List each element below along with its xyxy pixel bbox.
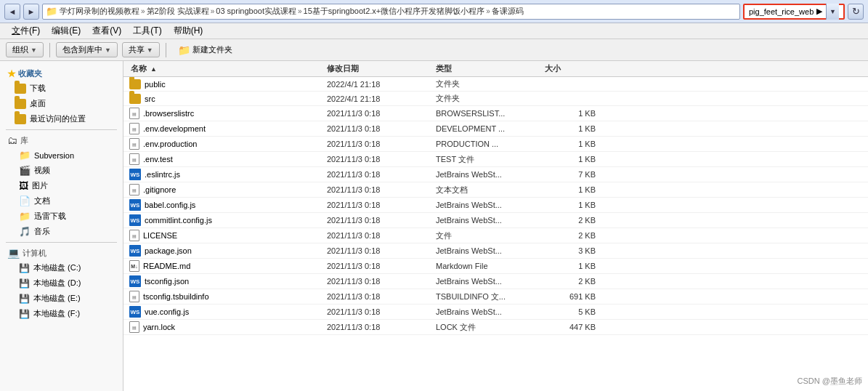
table-row[interactable]: public 2022/4/1 21:18 文件夹 xyxy=(123,77,868,92)
include-in-library-button[interactable]: 包含到库中 ▼ xyxy=(56,42,118,57)
drive-icon: 💾 xyxy=(19,294,30,304)
file-name: src xyxy=(145,94,155,103)
table-row[interactable]: WS babel.config.js 2021/11/3 0:18 JetBra… xyxy=(123,198,868,213)
menu-help[interactable]: 帮助(H) xyxy=(168,23,209,39)
table-row[interactable]: ▤ .browserslistrc 2021/11/3 0:18 BROWSER… xyxy=(123,106,868,121)
table-row[interactable]: WS .eslintrc.js 2021/11/3 0:18 JetBrains… xyxy=(123,167,868,182)
forward-button[interactable]: ► xyxy=(23,4,39,20)
folder-icon: 📁 xyxy=(19,150,31,161)
sidebar-item-thunder[interactable]: 📁 迅雷下载 xyxy=(0,209,123,224)
share-button[interactable]: 共享 ▼ xyxy=(122,42,160,57)
file-name-cell: WS vue.config.js xyxy=(123,306,327,318)
title-bar: ◄ ► 📁 学灯网录制的视频教程 » 第2阶段 实战课程 » 03 spring… xyxy=(0,0,868,23)
organize-arrow-icon: ▼ xyxy=(31,47,37,54)
table-row[interactable]: M↓ README.md 2021/11/3 0:18 Markdown Fil… xyxy=(123,259,868,274)
file-name: .eslintrc.js xyxy=(145,170,180,179)
table-row[interactable]: WS vue.config.js 2021/11/3 0:18 JetBrain… xyxy=(123,305,868,320)
file-type-cell: 文本文档 xyxy=(436,185,545,196)
favorites-section: ★ 收藏夹 xyxy=(0,65,123,81)
back-button[interactable]: ◄ xyxy=(4,4,20,20)
file-size-cell: 3 KB xyxy=(545,246,603,255)
table-row[interactable]: ▤ LICENSE 2021/11/3 0:18 文件 2 KB xyxy=(123,228,868,243)
sidebar-item-documents[interactable]: 📄 文档 xyxy=(0,193,123,209)
file-size-cell: 1 KB xyxy=(545,140,603,148)
file-name-cell: WS babel.config.js xyxy=(123,199,327,211)
column-name[interactable]: 名称 ▲ xyxy=(123,63,327,74)
file-type-cell: JetBrains WebSt... xyxy=(436,246,545,255)
sidebar-drive-c[interactable]: 💾 本地磁盘 (C:) xyxy=(0,260,123,275)
breadcrumb-part-2: 第2阶段 实战课程 xyxy=(147,6,209,17)
new-folder-icon: 📁 xyxy=(178,44,190,56)
file-icon: ▤ xyxy=(129,291,139,302)
file-date-cell: 2021/11/3 0:18 xyxy=(327,185,436,194)
include-arrow-icon: ▼ xyxy=(105,47,111,54)
column-date[interactable]: 修改日期 xyxy=(327,63,436,74)
column-size[interactable]: 大小 xyxy=(545,63,603,74)
ws-file-icon: WS xyxy=(129,275,141,287)
new-folder-button[interactable]: 📁 新建文件夹 xyxy=(172,43,238,57)
sidebar-drive-d[interactable]: 💾 本地磁盘 (D:) xyxy=(0,275,123,291)
table-row[interactable]: WS tsconfig.json 2021/11/3 0:18 JetBrain… xyxy=(123,274,868,289)
menu-tools[interactable]: 工具(T) xyxy=(127,23,167,39)
file-list: 名称 ▲ 修改日期 类型 大小 public 2022/4/1 21:18 文件… xyxy=(123,61,868,391)
sidebar-drive-f[interactable]: 💾 本地磁盘 (F:) xyxy=(0,306,123,321)
ws-file-icon: WS xyxy=(129,199,141,211)
sidebar-item-subversion[interactable]: 📁 Subversion xyxy=(0,148,123,163)
table-row[interactable]: src 2022/4/1 21:18 文件夹 xyxy=(123,92,868,106)
table-row[interactable]: WS package.json 2021/11/3 0:18 JetBrains… xyxy=(123,243,868,259)
file-type-cell: DEVELOPMENT ... xyxy=(436,124,545,133)
table-row[interactable]: ▤ .env.development 2021/11/3 0:18 DEVELO… xyxy=(123,121,868,137)
file-type-cell: PRODUCTION ... xyxy=(436,140,545,148)
main-content: ★ 收藏夹 下载 桌面 最近访问的位置 🗂 库 📁 Subversion 🎬 视… xyxy=(0,61,868,391)
file-size-cell: 1 KB xyxy=(545,201,603,209)
organize-button[interactable]: 组织 ▼ xyxy=(6,42,44,57)
file-name-cell: WS tsconfig.json xyxy=(123,275,327,287)
sidebar-item-video[interactable]: 🎬 视频 xyxy=(0,163,123,178)
sidebar-item-recent[interactable]: 最近访问的位置 xyxy=(0,111,123,126)
file-type-cell: JetBrains WebSt... xyxy=(436,277,545,286)
menu-file[interactable]: 文件(F) xyxy=(6,23,46,39)
file-date-cell: 2021/11/3 0:18 xyxy=(327,201,436,209)
folder-icon xyxy=(15,99,26,109)
refresh-button[interactable]: ↻ xyxy=(848,4,864,20)
sidebar-drive-e[interactable]: 💾 本地磁盘 (E:) xyxy=(0,291,123,306)
file-size-cell: 1 KB xyxy=(545,109,603,118)
file-name: LICENSE xyxy=(143,231,177,240)
file-name: babel.config.js xyxy=(145,201,195,209)
sidebar-item-downloads[interactable]: 下载 xyxy=(0,81,123,96)
table-row[interactable]: ▤ yarn.lock 2021/11/3 0:18 LOCK 文件 447 K… xyxy=(123,320,868,335)
libraries-label: 库 xyxy=(20,135,28,146)
file-name-cell: WS package.json xyxy=(123,245,327,257)
table-row[interactable]: WS commitlint.config.js 2021/11/3 0:18 J… xyxy=(123,213,868,228)
table-row[interactable]: ▤ .env.test 2021/11/3 0:18 TEST 文件 1 KB xyxy=(123,152,868,167)
column-type[interactable]: 类型 xyxy=(436,63,545,74)
address-dropdown-arrow[interactable]: ▼ xyxy=(826,4,839,20)
file-date-cell: 2021/11/3 0:18 xyxy=(327,307,436,316)
file-type-cell: TSBUILDINFO 文... xyxy=(436,291,545,302)
favorites-label: 收藏夹 xyxy=(18,68,42,79)
sidebar-item-music[interactable]: 🎵 音乐 xyxy=(0,224,123,239)
sidebar-item-label: 视频 xyxy=(34,165,50,176)
sort-arrow-icon: ▲ xyxy=(150,65,157,73)
file-icon: ▤ xyxy=(129,184,139,196)
file-size-cell: 691 KB xyxy=(545,292,603,301)
table-row[interactable]: ▤ .env.production 2021/11/3 0:18 PRODUCT… xyxy=(123,137,868,152)
sidebar-item-desktop[interactable]: 桌面 xyxy=(0,96,123,111)
menu-view[interactable]: 查看(V) xyxy=(86,23,127,39)
folder-icon xyxy=(15,84,26,94)
menu-edit[interactable]: 编辑(E) xyxy=(46,23,86,39)
file-name-cell: ▤ tsconfig.tsbuildinfo xyxy=(123,291,327,302)
sidebar-item-pictures[interactable]: 🖼 图片 xyxy=(0,178,123,193)
current-folder-box[interactable]: pig_feet_rice_web ▶ ▼ xyxy=(743,4,845,20)
menu-bar: 文件(F) 编辑(E) 查看(V) 工具(T) 帮助(H) xyxy=(0,23,868,39)
table-row[interactable]: ▤ .gitignore 2021/11/3 0:18 文本文档 1 KB xyxy=(123,182,868,198)
file-name: .env.production xyxy=(143,140,197,148)
ws-file-icon: WS xyxy=(129,169,141,180)
file-icon: ▤ xyxy=(129,123,139,134)
file-type-cell: JetBrains WebSt... xyxy=(436,307,545,316)
file-name-cell: M↓ README.md xyxy=(123,260,327,272)
file-name: .env.development xyxy=(143,124,206,133)
file-name: README.md xyxy=(143,262,190,270)
drive-icon: 💾 xyxy=(19,278,30,289)
table-row[interactable]: ▤ tsconfig.tsbuildinfo 2021/11/3 0:18 TS… xyxy=(123,289,868,305)
